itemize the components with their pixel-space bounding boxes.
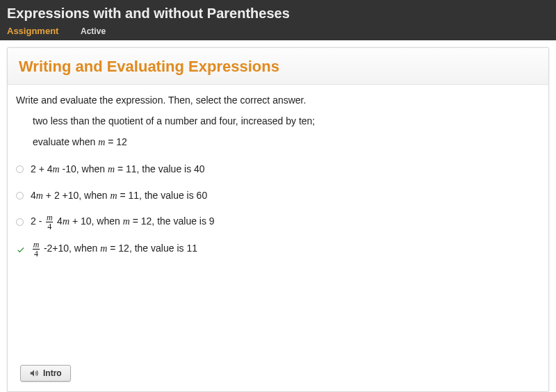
problem-line-1: two less than the quotient of a number a… bbox=[33, 115, 540, 126]
math-var: m bbox=[108, 164, 115, 174]
math-var: m bbox=[123, 216, 130, 227]
option-text: = 12, the value is 9 bbox=[130, 215, 215, 227]
option-text: 2 + 4 bbox=[31, 163, 53, 174]
fraction-denominator: 4 bbox=[33, 249, 40, 258]
option-text: 4 bbox=[31, 190, 36, 201]
math-var: m bbox=[53, 164, 60, 174]
card-title: Writing and Evaluating Expressions bbox=[19, 58, 537, 76]
option-label: m4 -2+10, when m = 12, the value is 11 bbox=[31, 240, 197, 258]
active-label: Active bbox=[81, 26, 106, 36]
option-label: 2 - m4 4m + 10, when m = 12, the value i… bbox=[31, 213, 215, 231]
option-text: 2 - bbox=[31, 215, 44, 227]
fraction: m4 bbox=[33, 240, 40, 258]
option-label: 2 + 4m -10, when m = 11, the value is 40 bbox=[31, 163, 205, 175]
math-var: m bbox=[63, 216, 70, 227]
option-text: -10, when bbox=[60, 163, 108, 174]
page-title: Expressions with and without Parentheses bbox=[7, 6, 549, 22]
options-list: 2 + 4m -10, when m = 11, the value is 40… bbox=[16, 161, 540, 258]
radio-icon[interactable] bbox=[16, 218, 24, 226]
option-label: 4m + 2 +10, when m = 11, the value is 60 bbox=[31, 190, 207, 202]
radio-icon[interactable] bbox=[16, 192, 24, 199]
radio-icon[interactable] bbox=[16, 165, 24, 173]
card-footer: Intro bbox=[20, 365, 71, 382]
fraction-numerator: m bbox=[33, 240, 40, 249]
option-row[interactable]: m4 -2+10, when m = 12, the value is 11 bbox=[16, 240, 540, 258]
checkmark-icon bbox=[16, 245, 26, 254]
audio-icon bbox=[29, 368, 39, 378]
problem-line-2: evaluate when m = 12 bbox=[33, 136, 540, 148]
card-header: Writing and Evaluating Expressions bbox=[8, 48, 548, 85]
option-row[interactable]: 2 - m4 4m + 10, when m = 12, the value i… bbox=[16, 213, 540, 231]
problem-suffix: = 12 bbox=[105, 136, 127, 147]
instruction-text: Write and evaluate the expression. Then,… bbox=[16, 95, 540, 106]
intro-label: Intro bbox=[43, 368, 62, 378]
fraction-denominator: 4 bbox=[46, 222, 53, 231]
content-card: Writing and Evaluating Expressions Write… bbox=[7, 47, 549, 392]
assignment-label[interactable]: Assignment bbox=[7, 26, 58, 36]
math-var: m bbox=[36, 190, 43, 201]
problem-prefix: evaluate when bbox=[33, 136, 98, 147]
option-text: = 12, the value is 11 bbox=[107, 243, 197, 254]
header-sub: Assignment Active bbox=[7, 26, 549, 36]
option-text: + 2 +10, when bbox=[43, 190, 111, 201]
fraction-numerator: m bbox=[47, 213, 53, 222]
option-row[interactable]: 4m + 2 +10, when m = 11, the value is 60 bbox=[16, 187, 540, 204]
option-text: + 10, when bbox=[70, 215, 123, 227]
option-text: = 11, the value is 40 bbox=[115, 163, 205, 174]
intro-button[interactable]: Intro bbox=[20, 365, 71, 382]
app-header: Expressions with and without Parentheses… bbox=[0, 0, 556, 40]
option-text: = 11, the value is 60 bbox=[117, 190, 208, 201]
math-var: m bbox=[100, 243, 107, 254]
option-text: -2+10, when bbox=[41, 243, 100, 254]
option-row[interactable]: 2 + 4m -10, when m = 11, the value is 40 bbox=[16, 161, 540, 177]
fraction: m4 bbox=[46, 213, 53, 231]
math-var: m bbox=[110, 190, 117, 201]
option-text: 4 bbox=[54, 215, 63, 227]
problem-var: m bbox=[98, 137, 105, 147]
card-body: Write and evaluate the expression. Then,… bbox=[8, 85, 548, 258]
